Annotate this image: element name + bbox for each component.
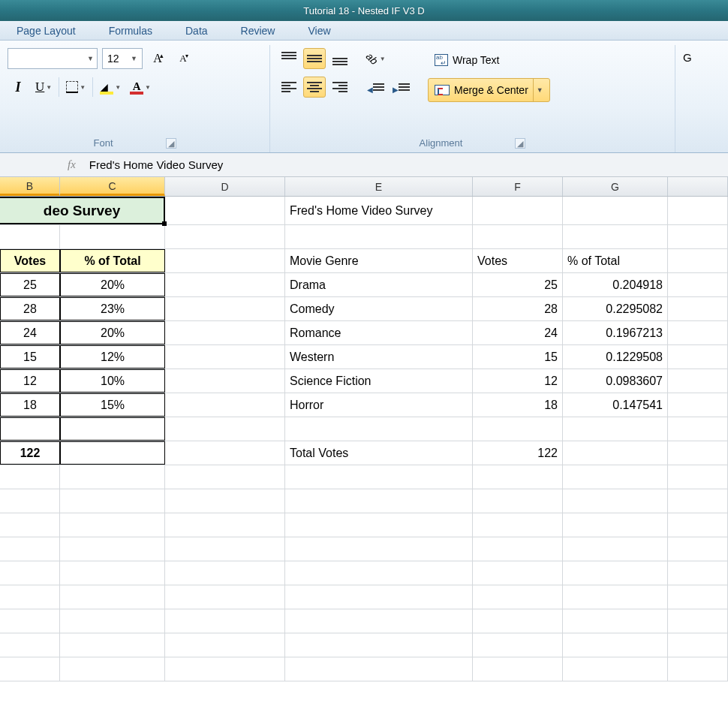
cell[interactable]: 15% bbox=[60, 393, 165, 417]
cell[interactable] bbox=[563, 561, 668, 585]
dialog-launcher-icon[interactable]: ◢ bbox=[515, 138, 525, 149]
cell[interactable] bbox=[563, 225, 668, 248]
cell[interactable] bbox=[0, 561, 60, 585]
cell[interactable] bbox=[165, 609, 285, 633]
formula-value[interactable]: Fred's Home Video Survey bbox=[89, 158, 224, 171]
cell[interactable] bbox=[60, 441, 165, 465]
cell[interactable]: 15 bbox=[0, 345, 60, 369]
cell[interactable] bbox=[473, 225, 563, 248]
cell[interactable] bbox=[285, 585, 473, 609]
cell[interactable] bbox=[285, 489, 473, 513]
cell[interactable] bbox=[668, 489, 728, 513]
grow-font-button[interactable]: A▴ bbox=[147, 48, 168, 69]
cell[interactable]: 18 bbox=[0, 393, 60, 417]
cell[interactable]: 0.2295082 bbox=[563, 297, 668, 320]
cell[interactable]: 0.1229508 bbox=[563, 345, 668, 369]
align-middle-button[interactable] bbox=[303, 48, 326, 69]
cell[interactable] bbox=[165, 585, 285, 609]
cell[interactable] bbox=[165, 345, 285, 369]
cell[interactable]: 15 bbox=[473, 345, 563, 369]
cell[interactable] bbox=[165, 513, 285, 537]
borders-button[interactable]: ▼ bbox=[64, 77, 88, 98]
underline-button[interactable]: U▼ bbox=[33, 77, 54, 98]
cell[interactable] bbox=[473, 513, 563, 537]
cell[interactable]: Votes bbox=[473, 249, 563, 272]
cell[interactable] bbox=[60, 489, 165, 513]
cell[interactable] bbox=[563, 537, 668, 561]
cell[interactable] bbox=[0, 609, 60, 633]
col-header-B[interactable]: B bbox=[0, 177, 60, 196]
cell[interactable]: 0.0983607 bbox=[563, 369, 668, 393]
cell[interactable]: 0.147541 bbox=[563, 393, 668, 417]
tab-view[interactable]: View bbox=[291, 22, 347, 40]
cell[interactable] bbox=[668, 657, 728, 681]
cell[interactable] bbox=[668, 393, 728, 417]
cell[interactable] bbox=[668, 273, 728, 296]
tab-formulas[interactable]: Formulas bbox=[92, 22, 169, 40]
cell[interactable] bbox=[60, 417, 165, 441]
orientation-button[interactable]: ab▼ bbox=[365, 48, 387, 69]
cell[interactable] bbox=[473, 657, 563, 681]
cell[interactable] bbox=[165, 489, 285, 513]
cell[interactable] bbox=[668, 345, 728, 369]
shrink-font-button[interactable]: A▾ bbox=[173, 48, 194, 69]
col-header-C[interactable]: C bbox=[60, 177, 165, 196]
cell[interactable]: 28 bbox=[0, 297, 60, 320]
cell[interactable] bbox=[165, 393, 285, 417]
cell[interactable] bbox=[0, 585, 60, 609]
cell[interactable] bbox=[285, 417, 473, 441]
increase-indent-button[interactable]: ▶ bbox=[390, 77, 413, 98]
cell[interactable] bbox=[668, 249, 728, 272]
cell[interactable] bbox=[0, 465, 60, 489]
cell[interactable]: 28 bbox=[473, 297, 563, 320]
wrap-text-button[interactable]: Wrap Text bbox=[428, 48, 550, 72]
cell[interactable]: Horror bbox=[285, 393, 473, 417]
cell[interactable]: Romance bbox=[285, 321, 473, 344]
cell[interactable] bbox=[668, 417, 728, 441]
cell[interactable] bbox=[473, 489, 563, 513]
cell[interactable] bbox=[285, 537, 473, 561]
cell[interactable]: 20% bbox=[60, 321, 165, 344]
cell[interactable] bbox=[165, 273, 285, 296]
cell[interactable] bbox=[668, 321, 728, 344]
cell[interactable] bbox=[563, 513, 668, 537]
merge-center-button[interactable]: Merge & Center▼ bbox=[428, 78, 550, 102]
cell[interactable] bbox=[473, 561, 563, 585]
cell[interactable]: 12 bbox=[0, 369, 60, 393]
cell[interactable]: 0.1967213 bbox=[563, 321, 668, 344]
cell[interactable] bbox=[60, 465, 165, 489]
cell[interactable] bbox=[285, 513, 473, 537]
col-header-D[interactable]: D bbox=[165, 177, 285, 196]
align-top-button[interactable] bbox=[278, 48, 300, 69]
cell[interactable] bbox=[0, 537, 60, 561]
cell[interactable] bbox=[563, 657, 668, 681]
cell[interactable] bbox=[165, 657, 285, 681]
cell[interactable] bbox=[165, 297, 285, 320]
tab-data[interactable]: Data bbox=[169, 22, 224, 40]
cell[interactable]: Drama bbox=[285, 273, 473, 296]
chevron-down-icon[interactable]: ▼ bbox=[533, 79, 546, 101]
align-right-button[interactable] bbox=[329, 77, 351, 98]
cell[interactable]: 24 bbox=[473, 321, 563, 344]
italic-button[interactable]: I bbox=[8, 77, 29, 98]
cell[interactable] bbox=[60, 537, 165, 561]
cell[interactable]: 10% bbox=[60, 369, 165, 393]
cell[interactable] bbox=[60, 585, 165, 609]
cell[interactable] bbox=[165, 465, 285, 489]
cell[interactable] bbox=[285, 609, 473, 633]
cell[interactable] bbox=[60, 609, 165, 633]
font-name-dropdown[interactable]: ▼ bbox=[8, 48, 98, 69]
cell[interactable]: 25 bbox=[473, 273, 563, 296]
cell[interactable] bbox=[473, 585, 563, 609]
decrease-indent-button[interactable]: ◀ bbox=[365, 77, 387, 98]
cell[interactable]: 18 bbox=[473, 393, 563, 417]
cell[interactable] bbox=[668, 633, 728, 657]
cell[interactable]: 12 bbox=[473, 369, 563, 393]
cell[interactable] bbox=[285, 657, 473, 681]
cell[interactable] bbox=[60, 633, 165, 657]
cell[interactable] bbox=[60, 513, 165, 537]
cell[interactable] bbox=[668, 513, 728, 537]
cell[interactable]: 12% bbox=[60, 345, 165, 369]
cell[interactable]: Comedy bbox=[285, 297, 473, 320]
cell[interactable]: Fred's Home Video Survey bbox=[285, 197, 473, 224]
